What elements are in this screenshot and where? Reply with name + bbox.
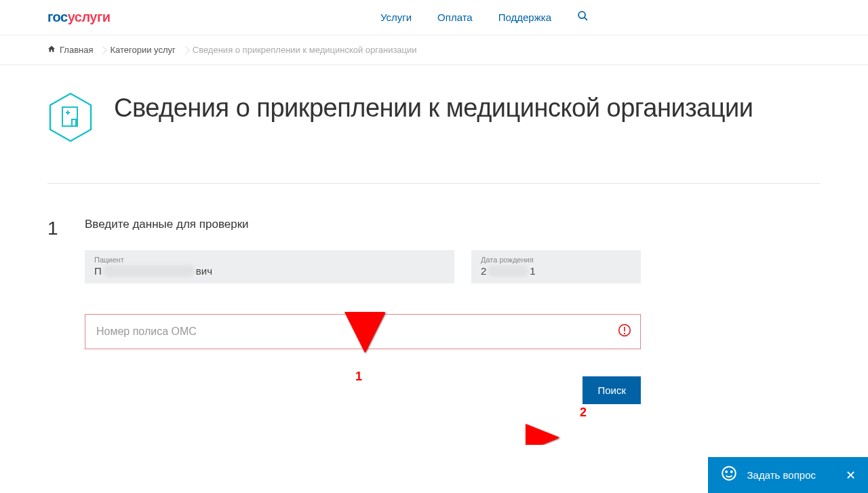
patient-value: Пxxxxxxxxxxxxxxxxxxвич [94,265,445,277]
patient-prefix: П [94,265,102,277]
oms-input[interactable] [85,314,641,349]
breadcrumbs: Главная Категории услуг Сведения о прикр… [0,35,868,65]
svg-marker-2 [50,94,91,141]
crumb-categories[interactable]: Категории услуг [110,45,192,55]
divider [47,183,821,184]
step-number: 1 [47,218,61,239]
crumb-current-label: Сведения о прикреплении к медицинской ор… [193,45,417,55]
button-row: Поиск [85,376,641,404]
svg-line-1 [585,18,587,20]
patient-redacted: xxxxxxxxxxxxxxxxxx [103,265,195,277]
patient-label: Пациент [94,256,445,264]
svg-rect-3 [62,107,77,126]
main-nav: Услуги Оплата Поддержка [380,10,589,24]
page-title: Сведения о прикреплении к медицинской ор… [114,92,753,125]
dob-redacted: xxxxxxxx [488,265,528,277]
dob-label: Дата рождения [481,256,631,264]
nav-payment[interactable]: Оплата [437,12,473,23]
nav-support[interactable]: Поддержка [498,12,551,23]
svg-point-9 [625,334,625,334]
dob-field: Дата рождения 2xxxxxxxx1 [471,250,641,283]
service-icon [47,92,94,142]
topbar: госуслуги Услуги Оплата Поддержка . [0,0,868,35]
logo-part-gos: гос [47,9,68,24]
nav-services[interactable]: Услуги [380,12,412,23]
patient-field: Пациент Пxxxxxxxxxxxxxxxxxxвич [85,250,454,283]
crumb-current: Сведения о прикреплении к медицинской ор… [193,45,434,55]
error-icon [618,323,631,340]
dob-suffix: 1 [530,265,535,277]
svg-rect-6 [72,119,76,126]
content: Сведения о прикреплении к медицинской ор… [0,65,868,445]
crumb-home-label: Главная [60,45,93,55]
search-button[interactable]: Поиск [583,376,641,404]
crumb-categories-label: Категории услуг [110,45,175,55]
home-icon [47,45,56,55]
dob-value: 2xxxxxxxx1 [481,265,631,277]
crumb-home[interactable]: Главная [47,45,110,55]
logo-part-uslugi: услуги [68,9,111,24]
search-icon[interactable] [577,10,589,24]
readonly-fields: Пациент Пxxxxxxxxxxxxxxxxxxвич Дата рожд… [85,250,641,283]
step-1: 1 Введите данные для проверки Пациент Пx… [47,218,821,404]
patient-suffix: вич [196,265,212,277]
logo[interactable]: госуслуги [47,9,111,25]
title-row: Сведения о прикреплении к медицинской ор… [47,92,821,142]
dob-prefix: 2 [481,265,486,277]
oms-input-wrap [85,314,641,349]
step-title: Введите данные для проверки [85,218,641,231]
svg-point-0 [578,12,585,18]
